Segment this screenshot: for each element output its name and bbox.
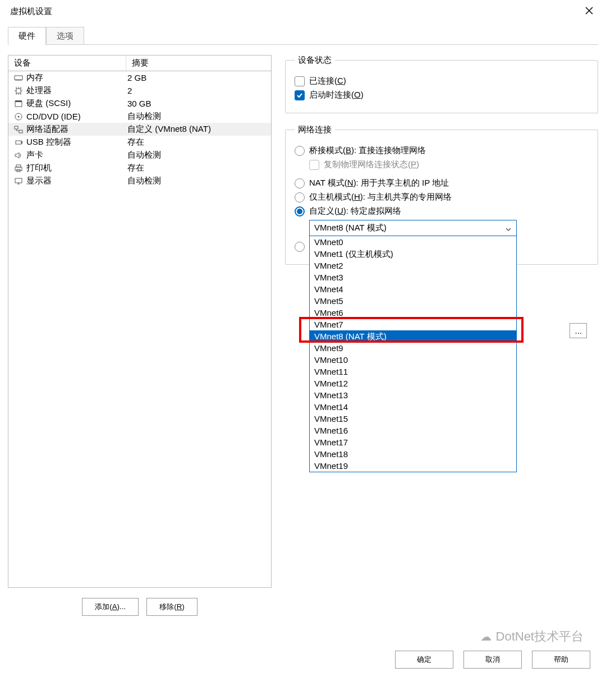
vmnet-combo[interactable]: VMnet8 (NAT 模式) VMnet0VMnet1 (仅主机模式)VMne… [309,220,517,236]
add-button[interactable]: 添加(A)... [82,598,139,616]
custom-radio[interactable] [295,206,305,217]
svg-rect-9 [21,141,22,144]
cpu-icon [12,86,25,95]
replicate-checkbox [309,160,319,170]
remove-button[interactable]: 移除(R) [146,598,198,616]
device-name: 打印机 [25,162,126,174]
device-state-group: 设备状态 已连接(C) 启动时连接(O) [285,55,598,113]
vmnet-option[interactable]: VMnet18 [310,448,516,460]
device-row-printer[interactable]: 打印机存在 [8,162,271,174]
vmnet-option[interactable]: VMnet12 [310,377,516,389]
vmnet-option[interactable]: VMnet3 [310,271,516,283]
device-row-display[interactable]: 显示器自动检测 [8,174,271,187]
device-name: 声卡 [25,149,126,161]
vmnet-dropdown[interactable]: VMnet0VMnet1 (仅主机模式)VMnet2VMnet3VMnet4VM… [309,236,517,472]
device-row-disk[interactable]: 硬盘 (SCSI)30 GB [8,97,271,110]
svg-rect-2 [15,102,22,107]
device-list[interactable]: 设备 摘要 内存2 GB处理器2硬盘 (SCSI)30 GBCD/DVD (ID… [8,55,272,588]
display-icon [12,177,25,186]
svg-rect-6 [15,126,18,129]
device-name: 内存 [25,72,126,84]
vmnet-option[interactable]: VMnet5 [310,295,516,307]
device-name: USB 控制器 [25,136,126,148]
overflow-button[interactable]: ... [570,323,587,338]
vmnet-option[interactable]: VMnet10 [310,354,516,366]
watermark: ☁ DotNet技术平台 [480,628,584,645]
nat-label: NAT 模式(N): 用于共享主机的 IP 地址 [309,178,449,188]
vmnet-option[interactable]: VMnet4 [310,283,516,295]
device-name: CD/DVD (IDE) [25,111,126,122]
custom-label: 自定义(U): 特定虚拟网络 [309,206,401,217]
svg-rect-13 [15,178,22,183]
vmnet-option[interactable]: VMnet7 [310,319,516,330]
sound-icon [12,151,25,160]
device-name: 处理器 [25,85,126,96]
device-summary: 2 GB [126,72,268,83]
device-summary: 2 [126,85,268,96]
vmnet-option[interactable]: VMnet19 [310,460,516,472]
svg-rect-11 [15,167,22,171]
disk-icon [12,99,25,108]
cd-icon [12,112,25,121]
svg-rect-3 [15,100,22,102]
vmnet-option[interactable]: VMnet6 [310,307,516,319]
vmnet-option[interactable]: VMnet11 [310,366,516,377]
vmnet-option[interactable]: VMnet16 [310,425,516,436]
vmnet-option[interactable]: VMnet17 [310,436,516,448]
connected-checkbox[interactable] [295,76,305,86]
window-title: 虚拟机设置 [10,6,52,17]
vmnet-option[interactable]: VMnet14 [310,401,516,413]
vmnet-option[interactable]: VMnet9 [310,342,516,354]
svg-point-5 [18,116,20,117]
wechat-icon: ☁ [480,630,492,643]
ok-button[interactable]: 确定 [395,651,453,669]
device-row-sound[interactable]: 声卡自动检测 [8,149,271,162]
vmnet-option[interactable]: VMnet13 [310,389,516,401]
memory-icon [12,73,25,82]
hostonly-radio[interactable] [295,192,305,202]
device-summary: 自动检测 [126,175,268,187]
vmnet-combo-display[interactable]: VMnet8 (NAT 模式) [310,220,516,236]
vmnet-option[interactable]: VMnet1 (仅主机模式) [310,248,516,260]
hostonly-label: 仅主机模式(H): 与主机共享的专用网络 [309,192,452,202]
close-button[interactable] [581,4,597,18]
network-group: 网络连接 桥接模式(B): 直接连接物理网络 复制物理网络连接状态(P) [285,125,598,265]
device-summary: 存在 [126,136,268,148]
network-icon [12,125,25,134]
device-summary: 30 GB [126,98,268,109]
bridge-label: 桥接模式(B): 直接连接物理网络 [309,145,426,156]
vmnet-option[interactable]: VMnet2 [310,260,516,271]
network-legend: 网络连接 [295,125,335,135]
device-row-usb[interactable]: USB 控制器存在 [8,136,271,149]
cancel-button[interactable]: 取消 [463,651,522,669]
device-row-memory[interactable]: 内存2 GB [8,71,271,84]
tab-hardware[interactable]: 硬件 [8,27,46,45]
lan-radio[interactable] [295,242,305,252]
printer-icon [12,164,25,173]
device-name: 网络适配器 [25,123,126,135]
help-button[interactable]: 帮助 [532,651,590,669]
vmnet-option[interactable]: VMnet8 (NAT 模式) [310,330,516,342]
tab-strip: 硬件 选项 [8,27,606,45]
bridge-radio[interactable] [295,146,305,156]
device-row-cpu[interactable]: 处理器2 [8,84,271,97]
svg-rect-0 [15,76,22,80]
device-summary: 自动检测 [126,110,268,122]
device-row-network[interactable]: 网络适配器自定义 (VMnet8 (NAT) [8,123,271,136]
usb-icon [12,138,25,147]
svg-rect-7 [19,130,22,133]
device-summary: 存在 [126,162,268,174]
header-device: 设备 [8,56,126,71]
connect-on-start-label: 启动时连接(O) [309,90,364,100]
connect-on-start-checkbox[interactable] [295,90,305,100]
nat-radio[interactable] [295,178,305,188]
device-row-cd[interactable]: CD/DVD (IDE)自动检测 [8,110,271,123]
device-summary: 自定义 (VMnet8 (NAT) [126,123,268,135]
svg-rect-10 [16,165,21,167]
vmnet-option[interactable]: VMnet15 [310,413,516,425]
chevron-down-icon [505,225,512,234]
vmnet-option[interactable]: VMnet0 [310,236,516,248]
tab-options[interactable]: 选项 [46,27,84,45]
device-name: 硬盘 (SCSI) [25,98,126,109]
replicate-label: 复制物理网络连接状态(P) [324,159,419,170]
